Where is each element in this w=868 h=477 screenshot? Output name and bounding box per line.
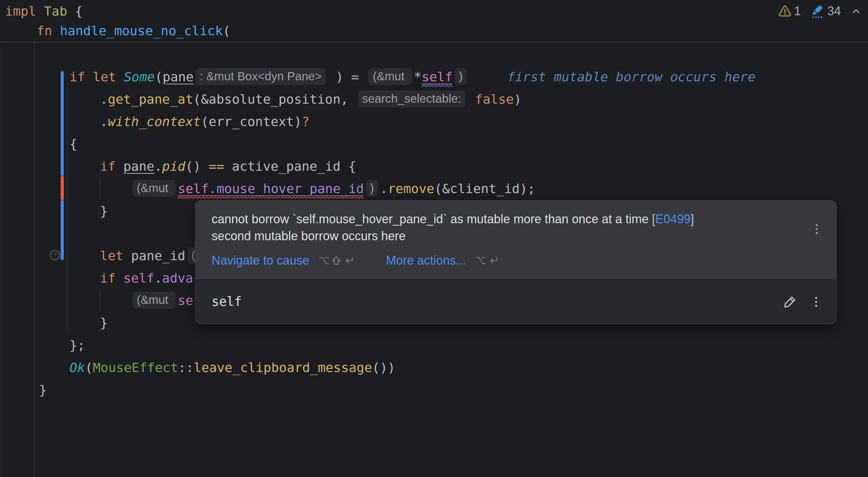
navigate-shortcut (318, 254, 355, 267)
code-token: ) (366, 180, 378, 197)
more-actions-shortcut (475, 254, 499, 267)
gutter-question-icon[interactable]: ? (49, 249, 61, 261)
sticky-line-fn[interactable]: fn handle_mouse_no_click( (37, 20, 231, 43)
code-token: ()) (372, 360, 395, 375)
code-token: (&client_id); (434, 181, 535, 196)
line-if-self-adva[interactable]: if self.adva (100, 267, 193, 289)
navigate-to-cause-link[interactable]: Navigate to cause (212, 253, 309, 268)
warning-count: 1 (794, 4, 801, 18)
code-token: ( (193, 92, 201, 107)
code-token: fn (37, 23, 60, 38)
code-token: : &mut Box<dyn Pane> (196, 68, 326, 85)
code-token: leave_clipboard_message (194, 360, 372, 375)
code-token: let (100, 248, 131, 263)
error-message-line1: cannot borrow `self.mouse_hover_pane_id`… (212, 212, 652, 226)
line-ok-mouseeffect[interactable]: Ok(MouseEffect::leave_clipboard_message(… (70, 356, 395, 379)
line-close-fn[interactable]: } (39, 379, 47, 401)
code-token: if (100, 159, 123, 174)
code-token: { (70, 137, 77, 151)
code-token: self (421, 69, 453, 84)
editor-left-border (1, 42, 2, 477)
code-token: ( (85, 360, 93, 375)
error-message-section: cannot borrow `self.mouse_hover_pane_id`… (195, 201, 836, 279)
code-token: err_context (209, 114, 294, 129)
line-let-pane-id[interactable]: let pane_id( (100, 245, 201, 267)
chevron-up-icon[interactable] (850, 5, 863, 18)
code-token: ( (201, 114, 209, 129)
code-token: pane (123, 159, 155, 174)
enter-key-icon (342, 254, 355, 267)
code-token: ) (514, 92, 521, 107)
code-token: . (154, 159, 162, 174)
line-remove-error[interactable]: (&mut self.mouse_hover_pane_id).remove(&… (131, 178, 535, 200)
code-token: remove (388, 181, 434, 196)
vcs-change-bar-error[interactable] (61, 176, 64, 200)
vcs-change-bar-bottom[interactable] (61, 200, 64, 260)
code-token: . (209, 181, 217, 196)
code-token: impl (5, 4, 44, 19)
code-token: } (100, 204, 108, 219)
code-token: , (340, 92, 356, 107)
indent-guide-col4 (34, 42, 35, 477)
code-token: ? (302, 114, 310, 129)
code-token: == (209, 159, 224, 174)
code-token: pane (163, 69, 194, 84)
sticky-line-impl[interactable]: impl Tab { (5, 1, 83, 23)
error-message: cannot borrow `self.mouse_hover_pane_id`… (212, 211, 796, 245)
code-token: } (39, 382, 47, 397)
code-token: Tab (44, 4, 75, 19)
code-token: search_selectable: (358, 90, 465, 107)
alt-key-icon (318, 254, 330, 267)
indent-guide-col8 (67, 87, 67, 334)
code-token: (&mut (369, 68, 412, 85)
code-token: :: (178, 360, 194, 375)
vcs-change-bar-top[interactable] (61, 71, 64, 176)
code-token: ) = (328, 69, 367, 84)
tooltip-actions: Navigate to cause More actions... (212, 253, 796, 268)
code-token: Ok (70, 360, 85, 375)
code-token: ( (223, 23, 231, 38)
code-token: Some (124, 69, 155, 84)
line-get-pane-at[interactable]: .get_pane_at(&absolute_position, search_… (100, 88, 521, 110)
more-actions-link[interactable]: More actions... (386, 253, 466, 268)
code-token: . (100, 92, 108, 107)
code-token: if (100, 271, 123, 286)
code-token (467, 92, 475, 107)
line-open-brace[interactable]: { (70, 133, 77, 155)
code-token: self (178, 181, 209, 196)
quick-doc-symbol: self (212, 294, 782, 309)
code-token: pid (162, 159, 185, 174)
code-token: with_context (108, 114, 201, 129)
code-token: adva (162, 271, 193, 286)
tooltip-kebab-menu-icon[interactable] (810, 218, 824, 240)
inline-borrow-hint: first mutable borrow occurs here (507, 66, 755, 88)
code-token: (&mut (133, 292, 176, 309)
code-token: get_pane_at (108, 92, 193, 107)
code-token: } (100, 315, 108, 330)
code-token: * (414, 69, 422, 84)
edit-pencil-icon[interactable] (782, 294, 798, 310)
code-token: ( (155, 69, 163, 84)
ide-editor: ? impl Tab {fn handle_mouse_no_click(if … (0, 0, 868, 477)
indent-guide-col12-a (100, 178, 100, 200)
code-token: active_pane_id { (224, 159, 356, 174)
line-if-pane-pid[interactable]: if pane.pid() == active_pane_id { (100, 155, 356, 178)
line-close-inner-if-2[interactable]: } (100, 312, 108, 334)
weak-warning-marker-icon[interactable] (810, 3, 825, 19)
warning-icon[interactable] (778, 4, 792, 18)
code-token: ) (294, 114, 302, 129)
code-token: { (75, 4, 83, 19)
code-token: self (123, 271, 155, 286)
code-token: (&mut (133, 180, 176, 197)
line-close-inner-if[interactable]: } (100, 200, 108, 222)
line-mut-se[interactable]: (&mut se (131, 289, 193, 312)
error-code-link[interactable]: E0499 (655, 212, 691, 226)
code-token: if let (70, 69, 124, 84)
alt-key-icon (475, 254, 487, 267)
inspection-widget[interactable]: 1 34 (778, 3, 863, 19)
line-if-let[interactable]: if let Some(pane: &mut Box<dyn Pane> ) =… (70, 66, 469, 88)
line-close-if-let[interactable]: }; (70, 334, 85, 356)
code-token: se (178, 293, 193, 308)
line-with-context[interactable]: .with_context(err_context)? (100, 110, 310, 133)
quick-doc-kebab-menu-icon[interactable] (809, 292, 823, 311)
